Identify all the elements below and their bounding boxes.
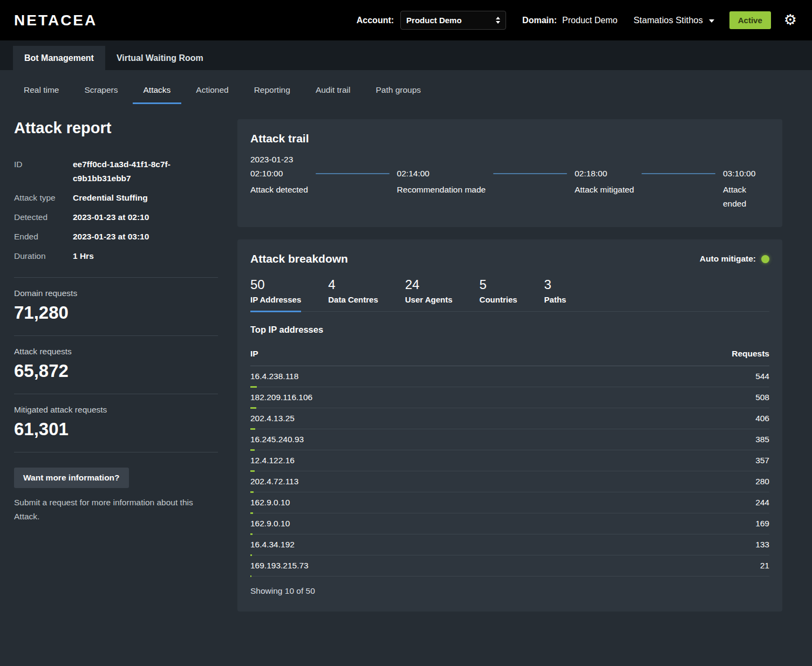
gear-icon[interactable]: ⚙	[784, 13, 797, 28]
more-info-text: Submit a request for more information ab…	[14, 496, 204, 524]
page-title: Attack report	[14, 119, 218, 137]
subtab-real-time[interactable]: Real time	[13, 81, 70, 104]
auto-mitigate-status-dot	[761, 255, 769, 263]
table-row: 162.9.0.10169	[250, 513, 769, 534]
requests-cell: 508	[755, 393, 769, 402]
subtab-reporting[interactable]: Reporting	[243, 81, 301, 104]
attack-trail-title: Attack trail	[250, 132, 769, 145]
timeline-date: 2023-01-23	[250, 155, 308, 169]
select-updown-icon	[496, 17, 500, 24]
requests-cell: 357	[755, 456, 769, 465]
timeline-connector	[316, 173, 390, 174]
breakdown-tab-ip-addresses[interactable]: 50IP Addresses	[250, 277, 301, 311]
timeline-event-recommendation-made: 02:14:00Recommendation made	[397, 155, 486, 211]
subtab-path-groups[interactable]: Path groups	[365, 81, 432, 104]
timeline-date	[575, 155, 634, 169]
field-row-attack-type: Attack typeCredential Stuffing	[14, 191, 218, 205]
breakdown-tab-count: 5	[480, 277, 517, 292]
account-label: Account:	[357, 16, 394, 25]
auto-mitigate-control[interactable]: Auto mitigate:	[700, 254, 769, 264]
domain-value: Product Demo	[562, 16, 617, 25]
breakdown-tab-count: 4	[328, 277, 378, 292]
attack-breakdown-panel: Attack breakdown Auto mitigate: 50IP Add…	[237, 239, 782, 612]
table-row: 16.4.34.192133	[250, 534, 769, 555]
requests-cell: 544	[755, 372, 769, 381]
subtab-actioned[interactable]: Actioned	[185, 81, 239, 104]
ip-cell: 162.9.0.10	[250, 519, 290, 528]
breakdown-tab-label: IP Addresses	[250, 295, 301, 304]
ip-cell: 202.4.72.113	[250, 477, 298, 486]
subtab-audit-trail[interactable]: Audit trail	[305, 81, 361, 104]
status-active-button[interactable]: Active	[729, 11, 771, 29]
field-row-ended: Ended2023-01-23 at 03:10	[14, 230, 218, 244]
field-label: ID	[14, 157, 73, 186]
main-tab-bar: Bot ManagementVirtual Waiting Room	[0, 40, 812, 70]
timeline-event-attack-mitigated: 02:18:00Attack mitigated	[575, 155, 634, 211]
requests-cell: 133	[755, 540, 769, 550]
user-menu[interactable]: Stamatios Stithos	[633, 15, 714, 25]
more-info-button[interactable]: Want more information?	[14, 468, 129, 488]
tab-virtual-waiting-room[interactable]: Virtual Waiting Room	[105, 46, 215, 70]
breakdown-tab-label: Data Centres	[328, 295, 378, 304]
field-label: Detected	[14, 210, 73, 224]
field-value: 2023-01-23 at 03:10	[73, 230, 200, 244]
breakdown-tab-count: 50	[250, 277, 301, 292]
account-select[interactable]: Product Demo	[400, 11, 506, 30]
subtab-attacks[interactable]: Attacks	[133, 81, 182, 104]
account-select-value: Product Demo	[406, 16, 462, 25]
breakdown-tab-paths[interactable]: 3Paths	[544, 277, 567, 311]
attack-report-panel: Attack report IDee7ff0cd-1a3d-41f1-8c7f-…	[14, 119, 218, 612]
attack-trail-panel: Attack trail 2023-01-2302:10:00Attack de…	[237, 119, 782, 227]
ip-cell: 12.4.122.16	[250, 456, 295, 465]
field-label: Duration	[14, 249, 73, 263]
topbar-controls: Account: Product Demo Domain: Product De…	[357, 11, 797, 30]
timeline-label: Attack detected	[250, 183, 308, 197]
requests-cell: 385	[755, 435, 769, 444]
field-row-id: IDee7ff0cd-1a3d-41f1-8c7f-c9b1bb31ebb7	[14, 157, 218, 186]
ip-cell: 182.209.116.106	[250, 393, 312, 402]
timeline-label: Recommendation made	[397, 183, 486, 197]
detail-column: Attack trail 2023-01-2302:10:00Attack de…	[237, 119, 782, 612]
requests-cell: 406	[755, 414, 769, 423]
requests-cell: 169	[755, 519, 769, 528]
ip-cell: 202.4.13.25	[250, 414, 295, 423]
requests-cell: 280	[755, 477, 769, 486]
breakdown-tabs: 50IP Addresses4Data Centres24User Agents…	[250, 277, 769, 312]
table-row: 202.4.72.113280	[250, 471, 769, 492]
breakdown-tab-data-centres[interactable]: 4Data Centres	[328, 277, 378, 311]
report-fields: IDee7ff0cd-1a3d-41f1-8c7f-c9b1bb31ebb7At…	[14, 157, 218, 263]
field-value: 1 Hrs	[73, 249, 200, 263]
timeline-connector	[642, 173, 715, 174]
requests-cell: 244	[755, 498, 769, 507]
timeline-date	[397, 155, 486, 169]
breakdown-tab-count: 24	[405, 277, 453, 292]
ip-cell: 16.4.34.192	[250, 540, 295, 550]
column-header-requests: Requests	[732, 349, 769, 359]
stat-label: Mitigated attack requests	[14, 405, 218, 415]
table-row: 16.245.240.93385	[250, 429, 769, 450]
stat-mitigated-attack-requests: Mitigated attack requests61,301	[14, 394, 218, 452]
timeline-time: 02:18:00	[575, 169, 634, 178]
stat-attack-requests: Attack requests65,872	[14, 335, 218, 394]
report-stats: Domain requests71,280Attack requests65,8…	[14, 277, 218, 452]
breakdown-tab-user-agents[interactable]: 24User Agents	[405, 277, 453, 311]
attack-trail-timeline: 2023-01-2302:10:00Attack detected02:14:0…	[250, 155, 769, 211]
breakdown-tab-countries[interactable]: 5Countries	[480, 277, 517, 311]
user-name: Stamatios Stithos	[633, 15, 702, 25]
breakdown-tab-label: Paths	[544, 295, 567, 304]
tab-bot-management[interactable]: Bot Management	[13, 46, 105, 70]
field-value: 2023-01-23 at 02:10	[73, 210, 200, 224]
ip-table-body: 16.4.238.118544182.209.116.106508202.4.1…	[250, 366, 769, 576]
timeline-date	[723, 155, 769, 169]
ip-cell: 162.9.0.10	[250, 498, 290, 507]
stat-domain-requests: Domain requests71,280	[14, 277, 218, 335]
ip-cell: 169.193.215.73	[250, 561, 309, 571]
ip-volume-bar	[250, 575, 251, 577]
table-row: 16.4.238.118544	[250, 366, 769, 387]
subtab-bar: Real timeScrapersAttacksActionedReportin…	[0, 70, 812, 104]
timeline-label: Attack mitigated	[575, 183, 634, 197]
table-row: 12.4.122.16357	[250, 450, 769, 471]
table-title: Top IP addresses	[250, 325, 769, 335]
subtab-scrapers[interactable]: Scrapers	[73, 81, 128, 104]
breakdown-header: Attack breakdown Auto mitigate:	[250, 252, 769, 265]
